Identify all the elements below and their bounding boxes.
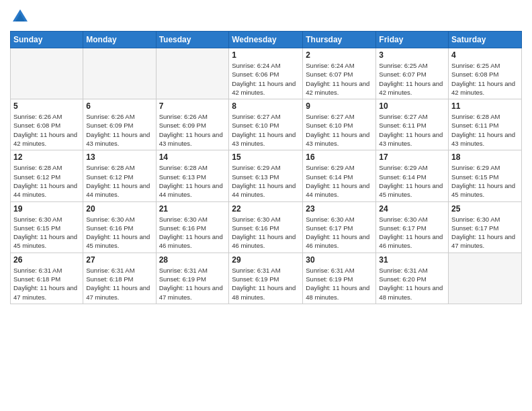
day-number: 31	[379, 255, 445, 265]
day-info: Sunrise: 6:28 AMSunset: 6:12 PMDaylight:…	[13, 163, 80, 199]
day-number: 10	[379, 101, 445, 111]
page: SundayMondayTuesdayWednesdayThursdayFrid…	[0, 0, 532, 411]
day-info: Sunrise: 6:28 AMSunset: 6:11 PMDaylight:…	[451, 112, 519, 148]
day-info: Sunrise: 6:29 AMSunset: 6:15 PMDaylight:…	[451, 163, 519, 199]
day-info: Sunrise: 6:31 AMSunset: 6:19 PMDaylight:…	[232, 266, 300, 302]
day-number: 27	[86, 255, 152, 265]
calendar-cell: 2Sunrise: 6:24 AMSunset: 6:07 PMDaylight…	[303, 48, 376, 99]
day-number: 16	[306, 152, 373, 162]
weekday-header: Wednesday	[229, 32, 303, 48]
calendar-cell	[156, 48, 229, 99]
calendar-cell: 31Sunrise: 6:31 AMSunset: 6:20 PMDayligh…	[376, 253, 449, 304]
calendar: SundayMondayTuesdayWednesdayThursdayFrid…	[10, 31, 522, 304]
day-number: 28	[159, 255, 226, 265]
day-info: Sunrise: 6:25 AMSunset: 6:07 PMDaylight:…	[379, 61, 445, 97]
day-number: 23	[306, 204, 373, 214]
day-info: Sunrise: 6:31 AMSunset: 6:19 PMDaylight:…	[306, 266, 373, 302]
day-info: Sunrise: 6:31 AMSunset: 6:19 PMDaylight:…	[159, 266, 226, 302]
calendar-cell: 16Sunrise: 6:29 AMSunset: 6:14 PMDayligh…	[303, 150, 376, 201]
calendar-cell: 14Sunrise: 6:28 AMSunset: 6:13 PMDayligh…	[156, 150, 229, 201]
weekday-header: Tuesday	[156, 32, 229, 48]
calendar-cell: 17Sunrise: 6:29 AMSunset: 6:14 PMDayligh…	[376, 150, 449, 201]
calendar-cell: 11Sunrise: 6:28 AMSunset: 6:11 PMDayligh…	[449, 99, 522, 150]
calendar-cell: 26Sunrise: 6:31 AMSunset: 6:18 PMDayligh…	[11, 253, 83, 304]
day-info: Sunrise: 6:31 AMSunset: 6:18 PMDaylight:…	[86, 266, 152, 302]
day-number: 25	[451, 204, 519, 214]
calendar-cell: 5Sunrise: 6:26 AMSunset: 6:08 PMDaylight…	[11, 99, 83, 150]
calendar-cell: 23Sunrise: 6:30 AMSunset: 6:17 PMDayligh…	[303, 201, 376, 253]
day-info: Sunrise: 6:24 AMSunset: 6:07 PMDaylight:…	[306, 61, 373, 97]
day-number: 11	[451, 101, 519, 111]
calendar-week-row: 12Sunrise: 6:28 AMSunset: 6:12 PMDayligh…	[11, 150, 522, 201]
weekday-header: Thursday	[303, 32, 376, 48]
day-info: Sunrise: 6:31 AMSunset: 6:18 PMDaylight:…	[13, 266, 80, 302]
day-info: Sunrise: 6:27 AMSunset: 6:10 PMDaylight:…	[306, 112, 373, 148]
day-number: 4	[451, 50, 519, 60]
calendar-cell: 27Sunrise: 6:31 AMSunset: 6:18 PMDayligh…	[83, 253, 156, 304]
logo	[10, 7, 33, 27]
calendar-cell: 7Sunrise: 6:26 AMSunset: 6:09 PMDaylight…	[156, 99, 229, 150]
calendar-cell: 12Sunrise: 6:28 AMSunset: 6:12 PMDayligh…	[11, 150, 83, 201]
calendar-cell: 15Sunrise: 6:29 AMSunset: 6:13 PMDayligh…	[229, 150, 303, 201]
day-number: 20	[86, 204, 152, 214]
day-number: 22	[232, 204, 300, 214]
weekday-header: Monday	[83, 32, 156, 48]
day-number: 29	[232, 255, 300, 265]
day-info: Sunrise: 6:30 AMSunset: 6:17 PMDaylight:…	[379, 215, 445, 250]
calendar-cell: 24Sunrise: 6:30 AMSunset: 6:17 PMDayligh…	[376, 201, 449, 253]
day-number: 9	[306, 101, 373, 111]
day-info: Sunrise: 6:26 AMSunset: 6:09 PMDaylight:…	[159, 112, 226, 148]
calendar-cell: 18Sunrise: 6:29 AMSunset: 6:15 PMDayligh…	[449, 150, 522, 201]
calendar-cell: 1Sunrise: 6:24 AMSunset: 6:06 PMDaylight…	[229, 48, 303, 99]
day-info: Sunrise: 6:25 AMSunset: 6:08 PMDaylight:…	[451, 61, 519, 97]
calendar-cell: 13Sunrise: 6:28 AMSunset: 6:12 PMDayligh…	[83, 150, 156, 201]
day-info: Sunrise: 6:27 AMSunset: 6:11 PMDaylight:…	[379, 112, 445, 148]
day-info: Sunrise: 6:30 AMSunset: 6:16 PMDaylight:…	[232, 215, 300, 250]
day-info: Sunrise: 6:30 AMSunset: 6:17 PMDaylight:…	[306, 215, 373, 250]
day-number: 17	[379, 152, 445, 162]
day-number: 2	[306, 50, 373, 60]
calendar-cell: 19Sunrise: 6:30 AMSunset: 6:15 PMDayligh…	[11, 201, 83, 253]
day-info: Sunrise: 6:30 AMSunset: 6:15 PMDaylight:…	[13, 215, 80, 250]
day-info: Sunrise: 6:29 AMSunset: 6:14 PMDaylight:…	[379, 163, 445, 199]
day-number: 18	[451, 152, 519, 162]
day-info: Sunrise: 6:26 AMSunset: 6:08 PMDaylight:…	[13, 112, 80, 148]
day-info: Sunrise: 6:30 AMSunset: 6:16 PMDaylight:…	[159, 215, 226, 250]
day-info: Sunrise: 6:24 AMSunset: 6:06 PMDaylight:…	[232, 61, 300, 97]
day-info: Sunrise: 6:27 AMSunset: 6:10 PMDaylight:…	[232, 112, 300, 148]
weekday-header: Saturday	[449, 32, 522, 48]
calendar-cell	[449, 253, 522, 304]
day-number: 3	[379, 50, 445, 60]
calendar-cell: 3Sunrise: 6:25 AMSunset: 6:07 PMDaylight…	[376, 48, 449, 99]
calendar-week-row: 5Sunrise: 6:26 AMSunset: 6:08 PMDaylight…	[11, 99, 522, 150]
calendar-cell: 22Sunrise: 6:30 AMSunset: 6:16 PMDayligh…	[229, 201, 303, 253]
calendar-cell: 20Sunrise: 6:30 AMSunset: 6:16 PMDayligh…	[83, 201, 156, 253]
day-number: 7	[159, 101, 226, 111]
calendar-cell: 29Sunrise: 6:31 AMSunset: 6:19 PMDayligh…	[229, 253, 303, 304]
calendar-cell	[11, 48, 83, 99]
day-number: 14	[159, 152, 226, 162]
day-info: Sunrise: 6:29 AMSunset: 6:13 PMDaylight:…	[232, 163, 300, 199]
day-number: 21	[159, 204, 226, 214]
day-info: Sunrise: 6:28 AMSunset: 6:12 PMDaylight:…	[86, 163, 152, 199]
day-number: 5	[13, 101, 80, 111]
day-number: 19	[13, 204, 80, 214]
day-number: 6	[86, 101, 152, 111]
calendar-cell: 6Sunrise: 6:26 AMSunset: 6:09 PMDaylight…	[83, 99, 156, 150]
day-info: Sunrise: 6:26 AMSunset: 6:09 PMDaylight:…	[86, 112, 152, 148]
calendar-week-row: 19Sunrise: 6:30 AMSunset: 6:15 PMDayligh…	[11, 201, 522, 253]
calendar-week-row: 26Sunrise: 6:31 AMSunset: 6:18 PMDayligh…	[11, 253, 522, 304]
calendar-cell	[83, 48, 156, 99]
day-number: 24	[379, 204, 445, 214]
header	[10, 7, 522, 27]
day-info: Sunrise: 6:30 AMSunset: 6:17 PMDaylight:…	[451, 215, 519, 250]
weekday-header: Friday	[376, 32, 449, 48]
calendar-cell: 8Sunrise: 6:27 AMSunset: 6:10 PMDaylight…	[229, 99, 303, 150]
day-number: 8	[232, 101, 300, 111]
day-info: Sunrise: 6:28 AMSunset: 6:13 PMDaylight:…	[159, 163, 226, 199]
calendar-cell: 30Sunrise: 6:31 AMSunset: 6:19 PMDayligh…	[303, 253, 376, 304]
calendar-cell: 25Sunrise: 6:30 AMSunset: 6:17 PMDayligh…	[449, 201, 522, 253]
day-number: 15	[232, 152, 300, 162]
calendar-cell: 10Sunrise: 6:27 AMSunset: 6:11 PMDayligh…	[376, 99, 449, 150]
day-info: Sunrise: 6:31 AMSunset: 6:20 PMDaylight:…	[379, 266, 445, 302]
